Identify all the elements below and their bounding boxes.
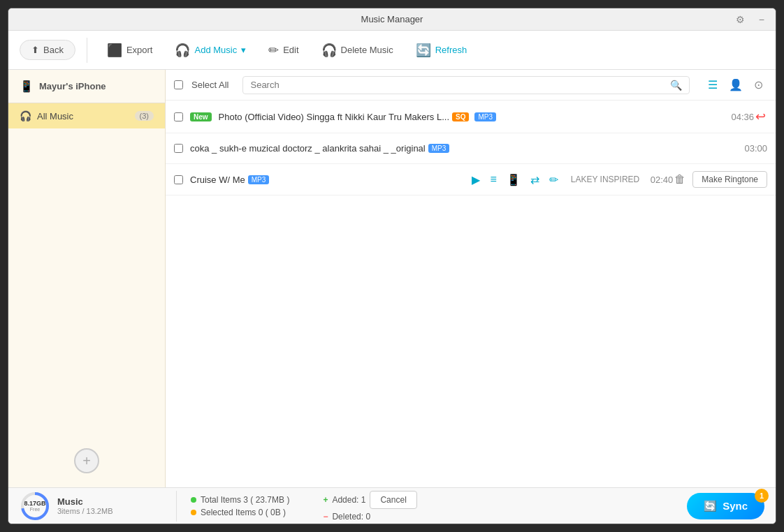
- sync-button[interactable]: 🔄 Sync 1: [687, 493, 764, 519]
- song-title-1: New Photo (Official Video) Singga ft Nik…: [190, 112, 720, 122]
- sync-label: Sync: [723, 500, 748, 512]
- sidebar-item-label: All Music: [37, 111, 129, 121]
- edit-label: Edit: [283, 45, 298, 55]
- sync-icon: 🔄: [704, 500, 717, 512]
- row-actions-3: ▶ ≡ 📱 ⇄ ✏ LAKEY INSPIRED: [469, 172, 639, 188]
- select-all-label: Select All: [191, 80, 228, 90]
- add-playlist-button[interactable]: +: [74, 448, 99, 473]
- refresh-icon: 🔄: [416, 43, 431, 58]
- row-checkbox-1[interactable]: [174, 112, 183, 121]
- status-stats: Total Items 3 ( 23.7MB ) Selected Items …: [177, 491, 687, 522]
- device-name: Mayur's iPhone: [39, 81, 106, 91]
- storage-gb: 8.17GB: [24, 501, 45, 507]
- delete-button-3[interactable]: 🗑: [673, 172, 687, 187]
- back-button[interactable]: ⬆ Back: [20, 40, 75, 60]
- window-title: Music Manager: [361, 14, 423, 24]
- music-icon: 🎧: [20, 110, 31, 121]
- added-label: Added: 1: [332, 495, 365, 505]
- device-icon: 📱: [20, 80, 34, 93]
- badge-mp3-3: MP3: [248, 175, 270, 184]
- storage-sub: 3items / 13.2MB: [57, 507, 112, 515]
- app-window: Music Manager ⚙ − ⬆ Back ⬛ Export 🎧 Add …: [8, 8, 776, 524]
- list-view-button[interactable]: ☰: [704, 75, 722, 94]
- title-bar: Music Manager ⚙ −: [8, 8, 776, 31]
- total-items-label: Total Items 3 ( 23.7MB ): [201, 495, 289, 505]
- sidebar-item-count: (3): [135, 111, 154, 121]
- status-bar: 8.17GB Free Music 3items / 13.2MB Total …: [8, 487, 776, 524]
- title-bar-controls: ⚙ −: [732, 13, 769, 27]
- storage-text: 8.17GB Free: [24, 501, 45, 512]
- badge-mp3-2: MP3: [428, 144, 450, 153]
- minus-icon: −: [323, 512, 328, 522]
- play-button-3[interactable]: ▶: [469, 172, 483, 188]
- export-button[interactable]: ⬛ Export: [99, 38, 161, 62]
- selected-items-label: Selected Items 0 ( 0B ): [201, 508, 286, 517]
- content-toolbar: Select All 🔍 ☰ 👤 ⊙: [166, 70, 776, 101]
- storage-labels: Music 3items / 13.2MB: [57, 496, 112, 515]
- storage-label: Music: [57, 496, 112, 507]
- toolbar: ⬆ Back ⬛ Export 🎧 Add Music ▾ ✏ Edit 🎧 D…: [8, 31, 776, 70]
- user-view-button[interactable]: 👤: [725, 75, 747, 94]
- storage-free: Free: [24, 507, 45, 512]
- playlist-button-3[interactable]: ≡: [487, 172, 499, 187]
- back-label: Back: [43, 45, 64, 55]
- row-checkbox-3[interactable]: [174, 175, 183, 184]
- song-duration-2: 03:00: [742, 143, 767, 154]
- edit-icon: ✏: [268, 43, 279, 58]
- song-duration-1: 04:36: [729, 112, 754, 122]
- toolbar-separator: [87, 38, 87, 63]
- song-duration-3: 02:40: [648, 175, 673, 185]
- sidebar-add-section: +: [74, 448, 99, 473]
- edit-button-3[interactable]: ✏: [546, 172, 561, 188]
- grid-view-button[interactable]: ⊙: [750, 75, 767, 94]
- badge-mp3-1: MP3: [474, 112, 496, 121]
- table-row: coka _ sukh-e muzical doctorz _ alankrit…: [166, 133, 776, 164]
- song-title-3: Cruise W/ Me MP3: [190, 175, 469, 185]
- song-title-2: coka _ sukh-e muzical doctorz _ alankrit…: [190, 143, 734, 154]
- table-row: Cruise W/ Me MP3 ▶ ≡ 📱 ⇄ ✏ LAKEY INSPIRE…: [166, 164, 776, 195]
- selected-dot: [191, 510, 196, 515]
- delete-music-icon: 🎧: [321, 43, 337, 58]
- add-music-dropdown-icon: ▾: [241, 45, 246, 55]
- total-dot: [191, 497, 196, 503]
- refresh-button[interactable]: 🔄 Refresh: [407, 38, 476, 62]
- selected-items-stat: Selected Items 0 ( 0B ): [191, 508, 289, 517]
- device-button-3[interactable]: 📱: [504, 172, 523, 188]
- export-icon: ⬛: [107, 43, 122, 58]
- minimize-button[interactable]: −: [755, 13, 769, 27]
- cancel-button[interactable]: Cancel: [370, 491, 416, 509]
- storage-circle-wrapper: 8.17GB Free: [20, 491, 50, 522]
- artist-label-3: LAKEY INSPIRED: [571, 175, 639, 184]
- sidebar-item-all-music[interactable]: 🎧 All Music (3): [8, 103, 165, 128]
- search-input[interactable]: [250, 80, 670, 90]
- view-buttons: ☰ 👤 ⊙: [704, 75, 767, 94]
- stat-group: Total Items 3 ( 23.7MB ) Selected Items …: [191, 495, 289, 517]
- main-content: 📱 Mayur's iPhone 🎧 All Music (3) + Selec…: [8, 70, 776, 487]
- row-checkbox-2[interactable]: [174, 144, 183, 153]
- status-actions: 🔄 Sync 1: [687, 493, 764, 519]
- change-stats: + Added: 1 Cancel − Deleted: 0: [323, 491, 416, 522]
- plus-icon: +: [323, 495, 328, 505]
- export-label: Export: [126, 45, 153, 55]
- content-area: Select All 🔍 ☰ 👤 ⊙ New P: [166, 70, 776, 487]
- add-music-button[interactable]: 🎧 Add Music ▾: [166, 38, 254, 62]
- storage-info: 8.17GB Free Music 3items / 13.2MB: [20, 491, 177, 522]
- added-stat: + Added: 1 Cancel: [323, 491, 416, 509]
- transfer-button-3[interactable]: ⇄: [528, 172, 542, 188]
- badge-sq-1: SQ: [452, 112, 469, 121]
- search-icon: 🔍: [670, 80, 682, 91]
- select-all-checkbox[interactable]: [174, 80, 183, 89]
- add-music-label: Add Music: [194, 45, 237, 55]
- refresh-label: Refresh: [435, 45, 467, 55]
- deleted-label: Deleted: 0: [332, 512, 370, 522]
- sync-badge: 1: [755, 489, 769, 503]
- edit-button[interactable]: ✏ Edit: [260, 38, 307, 62]
- make-ringtone-button[interactable]: Make Ringtone: [692, 171, 767, 188]
- settings-button[interactable]: ⚙: [732, 13, 749, 27]
- music-list: New Photo (Official Video) Singga ft Nik…: [166, 101, 776, 487]
- device-header: 📱 Mayur's iPhone: [8, 70, 165, 103]
- undo-button-1[interactable]: ↩: [754, 108, 767, 126]
- sidebar: 📱 Mayur's iPhone 🎧 All Music (3) +: [8, 70, 166, 487]
- delete-music-button[interactable]: 🎧 Delete Music: [313, 38, 402, 62]
- deleted-stat: − Deleted: 0: [323, 512, 416, 522]
